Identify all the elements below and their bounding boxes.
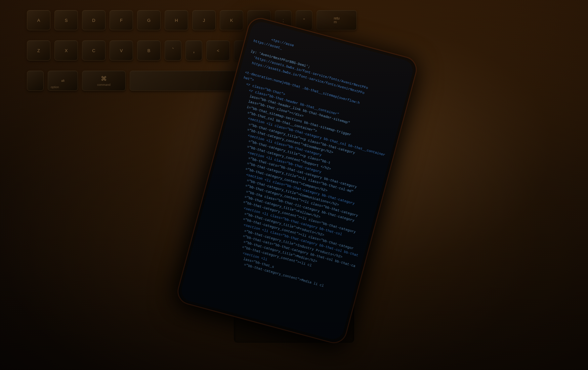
key-lt: < xyxy=(206,40,230,61)
key-s: S xyxy=(54,10,78,30)
key-f: F xyxy=(110,10,133,30)
key-x: X xyxy=(54,40,78,61)
key-g: G xyxy=(137,10,161,30)
key-quote: " xyxy=(296,10,312,30)
key-v: V xyxy=(110,40,133,61)
key-option-left-label: option xyxy=(51,85,59,89)
key-command-left: ⌘ command xyxy=(82,71,126,91)
scene: A S D F G H J K L ; " return Z X C V B `… xyxy=(0,0,588,370)
key-comma: , xyxy=(185,40,202,61)
key-alt-left: alt option xyxy=(48,71,78,91)
key-fn-left xyxy=(27,71,44,91)
key-h: H xyxy=(165,10,188,30)
key-return-partial: return xyxy=(317,10,357,30)
key-z: Z xyxy=(27,40,50,61)
key-b: B xyxy=(137,40,161,61)
key-d: D xyxy=(82,10,106,30)
key-k: K xyxy=(220,10,243,30)
key-c: C xyxy=(82,40,106,61)
key-j: J xyxy=(192,10,216,30)
key-backtick: ` xyxy=(165,40,181,61)
key-a: A xyxy=(27,10,50,30)
